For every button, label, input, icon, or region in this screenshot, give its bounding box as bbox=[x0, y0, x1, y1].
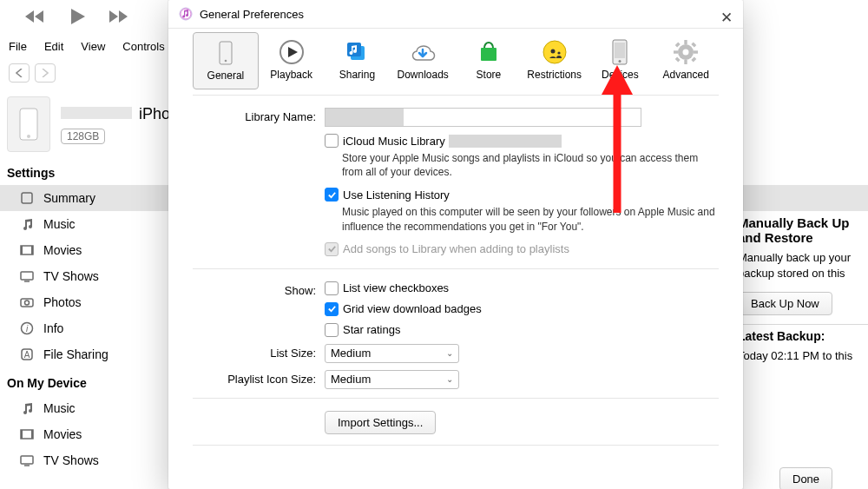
svg-point-32 bbox=[619, 60, 621, 63]
select-value: Medium bbox=[331, 373, 371, 386]
checkbox-checked-icon bbox=[325, 302, 339, 316]
playlisticon-select[interactable]: Medium ⌄ bbox=[325, 370, 459, 389]
checkbox-label: Star ratings bbox=[343, 323, 400, 336]
tab-label: Devices bbox=[602, 69, 639, 81]
sidebar-item-label: Music bbox=[43, 217, 76, 231]
icloud-library-checkbox[interactable]: iCloud Music Library bbox=[325, 134, 719, 148]
device-thumbnail bbox=[7, 96, 50, 152]
menu-file[interactable]: File bbox=[9, 40, 27, 53]
divider bbox=[193, 95, 719, 96]
svg-point-19 bbox=[180, 8, 192, 20]
library-name-input[interactable] bbox=[325, 108, 641, 127]
listen-hint: Music played on this computer will be se… bbox=[342, 205, 719, 233]
forward-button[interactable] bbox=[108, 9, 130, 27]
sidebar-item-label: TV Shows bbox=[43, 269, 99, 283]
tab-restrictions[interactable]: Restrictions bbox=[522, 30, 588, 89]
movies-icon bbox=[19, 242, 35, 258]
svg-rect-31 bbox=[615, 43, 625, 58]
svg-text:i: i bbox=[26, 324, 29, 334]
dialog-title: General Preferences bbox=[200, 8, 304, 21]
itunes-icon bbox=[179, 7, 193, 21]
playlisticon-label: Playlist Icon Size: bbox=[193, 370, 325, 386]
add-songs-checkbox: Add songs to Library when adding to play… bbox=[325, 242, 719, 256]
backup-text: backup stored on this bbox=[738, 266, 868, 281]
summary-icon bbox=[19, 190, 35, 206]
restrictions-icon bbox=[542, 39, 568, 65]
tab-store[interactable]: Store bbox=[456, 30, 522, 89]
device-name-redacted bbox=[61, 107, 132, 119]
tab-label: General bbox=[207, 69, 245, 82]
movies-icon bbox=[19, 426, 35, 442]
tab-label: Advanced bbox=[662, 69, 708, 81]
divider bbox=[168, 28, 743, 29]
gridview-checkbox[interactable]: Grid view download badges bbox=[325, 302, 719, 316]
backup-heading: Manually Back Up and Restore bbox=[738, 215, 868, 245]
svg-rect-26 bbox=[481, 48, 496, 61]
forward-nav-button[interactable] bbox=[35, 63, 56, 83]
backup-now-button[interactable]: Back Up Now bbox=[738, 292, 832, 315]
chevron-down-icon: ⌄ bbox=[446, 374, 453, 384]
backup-text: Manually back up your bbox=[738, 250, 868, 266]
listening-history-checkbox[interactable]: Use Listening History bbox=[325, 188, 719, 202]
tab-label: Playback bbox=[270, 69, 312, 81]
tab-playback[interactable]: Playback bbox=[259, 30, 325, 89]
tab-advanced[interactable]: Advanced bbox=[653, 30, 719, 89]
tab-label: Downloads bbox=[397, 69, 448, 81]
tv-icon bbox=[19, 268, 35, 284]
playback-icon bbox=[279, 39, 305, 65]
redacted bbox=[449, 135, 562, 148]
capacity-badge: 128GB bbox=[61, 129, 105, 144]
menu-edit[interactable]: Edit bbox=[44, 40, 63, 53]
divider bbox=[193, 398, 719, 399]
checkbox-label: iCloud Music Library bbox=[343, 135, 445, 148]
listsize-select[interactable]: Medium ⌄ bbox=[325, 344, 459, 363]
tab-general[interactable]: General bbox=[193, 32, 259, 89]
sidebar-item-label: Movies bbox=[43, 243, 82, 257]
close-button[interactable]: ✕ bbox=[720, 9, 733, 27]
library-name-label: Library Name: bbox=[193, 108, 325, 123]
menu-view[interactable]: View bbox=[81, 40, 105, 53]
back-button[interactable] bbox=[9, 63, 30, 83]
sidebar-item-label: Movies bbox=[43, 427, 82, 441]
tab-downloads[interactable]: Downloads bbox=[390, 30, 456, 89]
menu-controls[interactable]: Controls bbox=[122, 40, 164, 53]
camera-icon bbox=[19, 294, 35, 310]
tab-label: Store bbox=[477, 69, 502, 81]
sidebar-item-label: Photos bbox=[43, 295, 82, 309]
tab-sharing[interactable]: Sharing bbox=[325, 30, 391, 89]
listsize-label: List Size: bbox=[193, 344, 325, 360]
svg-rect-17 bbox=[21, 456, 33, 464]
import-settings-button[interactable]: Import Settings... bbox=[325, 411, 436, 434]
devices-icon bbox=[607, 39, 633, 65]
tv-icon bbox=[19, 453, 35, 468]
listview-checkbox[interactable]: List view checkboxes bbox=[325, 281, 719, 295]
backup-panel: Manually Back Up and Restore Manually ba… bbox=[738, 215, 868, 365]
svg-rect-36 bbox=[684, 60, 687, 64]
preferences-dialog: General Preferences ✕ General Playback S… bbox=[168, 0, 743, 489]
svg-rect-25 bbox=[347, 43, 361, 56]
checkbox-unchecked-icon bbox=[325, 134, 339, 148]
svg-rect-38 bbox=[694, 50, 698, 53]
apps-icon: A bbox=[19, 347, 35, 362]
sidebar-item-label: Music bbox=[43, 401, 76, 415]
latest-backup-value: Today 02:11 PM to this bbox=[738, 348, 868, 364]
dialog-titlebar: General Preferences ✕ bbox=[168, 0, 743, 28]
latest-backup-heading: Latest Backup: bbox=[738, 329, 868, 343]
chevron-down-icon: ⌄ bbox=[446, 348, 453, 358]
tab-devices[interactable]: Devices bbox=[588, 30, 654, 89]
svg-rect-15 bbox=[21, 430, 23, 439]
svg-rect-4 bbox=[21, 246, 23, 254]
play-button[interactable] bbox=[68, 7, 87, 29]
svg-rect-37 bbox=[674, 50, 678, 53]
gear-icon bbox=[673, 39, 699, 65]
svg-point-22 bbox=[225, 60, 227, 63]
done-button[interactable]: Done bbox=[779, 467, 832, 489]
checkbox-checked-icon bbox=[325, 188, 339, 202]
rewind-button[interactable] bbox=[24, 9, 47, 27]
starratings-checkbox[interactable]: Star ratings bbox=[325, 323, 719, 337]
checkbox-unchecked-icon bbox=[325, 323, 339, 337]
general-icon bbox=[213, 40, 239, 66]
svg-rect-42 bbox=[692, 57, 697, 63]
icloud-hint: Store your Apple Music songs and playlis… bbox=[342, 151, 719, 179]
svg-point-29 bbox=[557, 51, 560, 54]
